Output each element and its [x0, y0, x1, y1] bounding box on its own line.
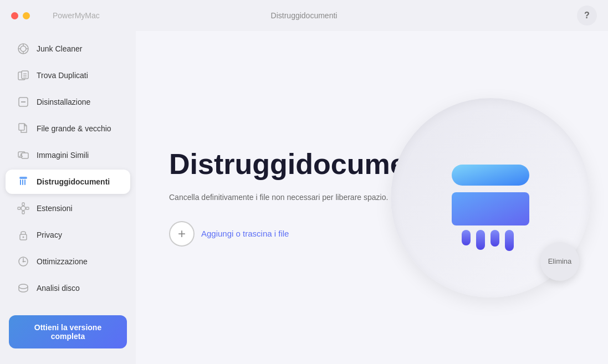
analisi-disco-icon	[17, 281, 30, 295]
estensioni-label: Estensioni	[37, 204, 73, 213]
svg-rect-24	[22, 211, 24, 214]
estensioni-icon	[17, 202, 30, 215]
help-button[interactable]: ?	[577, 6, 597, 25]
shredder-illustration	[435, 142, 546, 253]
svg-rect-19	[20, 180, 21, 185]
distruggidocumenti-label: Distruggidocumenti	[37, 177, 110, 186]
titlebar: PowerMyMac Distruggidocumenti ?	[0, 0, 608, 31]
sidebar-item-junk-cleaner[interactable]: Junk Cleaner	[6, 37, 130, 61]
sidebar-item-ottimizzazione[interactable]: Ottimizzazione	[6, 249, 130, 274]
minimize-button[interactable]	[23, 12, 30, 19]
disinstallazione-icon	[17, 95, 30, 109]
app-name: PowerMyMac	[53, 11, 100, 20]
svg-rect-38	[491, 230, 499, 247]
privacy-label: Privacy	[37, 230, 62, 239]
svg-point-33	[19, 284, 28, 289]
ottimizzazione-icon	[17, 255, 30, 268]
svg-rect-37	[476, 230, 485, 250]
add-files-button[interactable]: + Aggiungi o trascina i file	[169, 221, 289, 247]
titlebar-right: ?	[577, 6, 597, 25]
sidebar-item-immagini-simili[interactable]: Immagini Simili	[6, 143, 130, 167]
svg-rect-21	[24, 180, 25, 185]
sidebar-item-distruggidocumenti[interactable]: Distruggidocumenti	[6, 170, 130, 194]
page-title: Distruggidocumenti	[169, 148, 391, 180]
svg-point-28	[23, 237, 24, 238]
trova-duplicati-label: Trova Duplicati	[37, 71, 88, 80]
add-circle-icon: +	[169, 221, 195, 247]
window-title: Distruggidocumenti	[271, 11, 338, 20]
sidebar-item-privacy[interactable]: Privacy	[6, 223, 130, 247]
sidebar-item-file-grande[interactable]: File grande & vecchio	[6, 116, 130, 141]
svg-rect-39	[505, 230, 514, 251]
elimina-button[interactable]: Elimina	[540, 242, 579, 281]
svg-rect-26	[26, 207, 29, 209]
upgrade-button[interactable]: Ottieni la versione completa	[9, 315, 127, 348]
page-description: Cancella definitivamente i file non nece…	[169, 192, 391, 203]
sidebar-item-trova-duplicati[interactable]: Trova Duplicati	[6, 63, 130, 88]
sidebar: Junk Cleaner Trova Duplicati	[0, 31, 136, 364]
close-button[interactable]	[11, 12, 18, 19]
immagini-simili-icon	[17, 148, 30, 162]
svg-rect-18	[19, 177, 27, 179]
trova-duplicati-icon	[17, 69, 30, 82]
svg-rect-7	[22, 71, 28, 79]
svg-rect-15	[22, 153, 28, 158]
svg-rect-23	[22, 203, 24, 206]
svg-rect-25	[18, 207, 21, 209]
svg-point-32	[23, 261, 24, 263]
plus-icon: +	[178, 227, 186, 240]
file-grande-icon	[17, 122, 30, 135]
ottimizzazione-label: Ottimizzazione	[37, 257, 88, 266]
add-files-label: Aggiungi o trascina i file	[201, 229, 289, 238]
distruggidocumenti-icon	[17, 175, 30, 188]
svg-point-22	[21, 206, 25, 211]
sidebar-item-estensioni[interactable]: Estensioni	[6, 196, 130, 221]
immagini-simili-label: Immagini Simili	[37, 151, 89, 160]
main-layout: Junk Cleaner Trova Duplicati	[0, 31, 608, 364]
svg-rect-20	[22, 180, 23, 185]
svg-rect-34	[452, 165, 529, 186]
content-right: Elimina	[391, 98, 590, 298]
privacy-icon	[17, 228, 30, 242]
disinstallazione-label: Disinstallazione	[37, 98, 90, 106]
content-left: Distruggidocumenti Cancella definitivame…	[169, 148, 391, 246]
svg-rect-36	[462, 230, 471, 245]
junk-cleaner-icon	[17, 42, 30, 55]
sidebar-footer: Ottieni la versione completa	[0, 306, 136, 360]
svg-rect-35	[452, 192, 529, 225]
main-content: Distruggidocumenti Cancella definitivame…	[136, 31, 608, 364]
junk-cleaner-label: Junk Cleaner	[37, 44, 83, 53]
file-grande-label: File grande & vecchio	[37, 124, 111, 133]
analisi-disco-label: Analisi disco	[37, 284, 80, 293]
sidebar-item-disinstallazione[interactable]: Disinstallazione	[6, 90, 130, 114]
sidebar-item-analisi-disco[interactable]: Analisi disco	[6, 276, 130, 300]
svg-rect-13	[19, 124, 24, 130]
svg-point-1	[21, 46, 26, 52]
traffic-lights	[11, 12, 30, 19]
